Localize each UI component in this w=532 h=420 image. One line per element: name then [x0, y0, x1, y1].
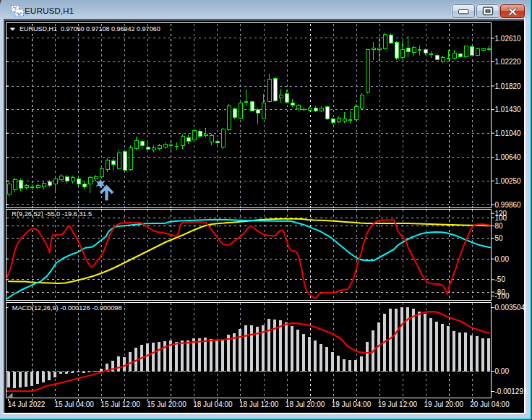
svg-text:1.00640: 1.00640 [495, 153, 522, 161]
svg-text:15 Jul 04:00: 15 Jul 04:00 [54, 400, 94, 408]
svg-text:EURUSD,H1: EURUSD,H1 [25, 6, 74, 16]
svg-text:1.02610: 1.02610 [495, 35, 522, 43]
svg-text:1.01430: 1.01430 [495, 106, 522, 113]
svg-text:1.00250: 1.00250 [495, 177, 522, 185]
svg-text:1.01040: 1.01040 [495, 129, 522, 137]
svg-text:18 Jul 20:00: 18 Jul 20:00 [286, 400, 325, 408]
svg-text:50: 50 [495, 234, 504, 242]
svg-text:-50: -50 [495, 275, 506, 283]
svg-text:18 Jul 12:00: 18 Jul 12:00 [239, 400, 279, 408]
svg-text:0.00: 0.00 [495, 367, 510, 375]
svg-text:15 Jul 12:00: 15 Jul 12:00 [100, 400, 140, 408]
svg-text:EURUSD,H1 0.97050 0.97108 0.9: EURUSD,H1 0.97050 0.97108 0.96942 0.9706… [20, 25, 160, 33]
svg-text:18 Jul 04:00: 18 Jul 04:00 [193, 400, 233, 408]
svg-text:-100: -100 [495, 292, 510, 300]
svg-text:19 Jul 12:00: 19 Jul 12:00 [378, 400, 418, 408]
svg-text:19 Jul 20:00: 19 Jul 20:00 [424, 400, 464, 408]
svg-text:0.99860: 0.99860 [495, 201, 522, 209]
svg-text:19 Jul 04:00: 19 Jul 04:00 [332, 400, 372, 408]
svg-text:R(9,26,52) -55.0 -19.6 31.5: R(9,26,52) -55.0 -19.6 31.5 [12, 210, 92, 218]
svg-text:15 Jul 20:00: 15 Jul 20:00 [147, 400, 186, 408]
svg-text:1.01820: 1.01820 [495, 82, 522, 90]
svg-text:1.02220: 1.02220 [495, 58, 522, 66]
svg-text:80: 80 [495, 222, 504, 230]
svg-text:-0.001291: -0.001291 [495, 387, 528, 395]
svg-text:100: 100 [495, 214, 507, 222]
svg-text:20 Jul 04:00: 20 Jul 04:00 [470, 400, 510, 408]
svg-text:0.003504: 0.003504 [495, 304, 525, 312]
svg-text:MACD(12,26,9) -0.000126 -0.000: MACD(12,26,9) -0.000126 -0.000098 [12, 304, 122, 312]
svg-text:0.00: 0.00 [495, 255, 510, 263]
svg-text:14 Jul 2022: 14 Jul 2022 [8, 400, 46, 408]
